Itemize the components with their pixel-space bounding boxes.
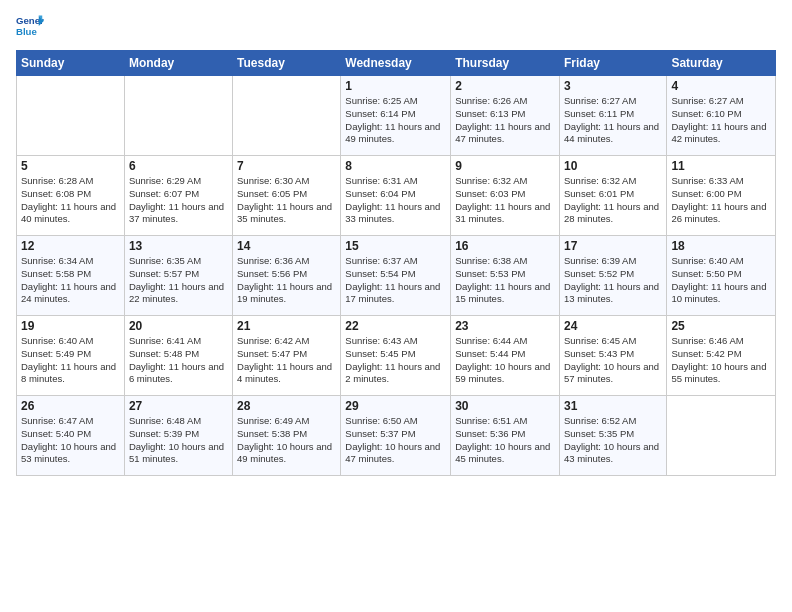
day-info: Sunrise: 6:35 AM Sunset: 5:57 PM Dayligh… xyxy=(129,255,228,306)
calendar-cell: 8Sunrise: 6:31 AM Sunset: 6:04 PM Daylig… xyxy=(341,156,451,236)
calendar-cell: 5Sunrise: 6:28 AM Sunset: 6:08 PM Daylig… xyxy=(17,156,125,236)
day-of-week-header: Saturday xyxy=(667,51,776,76)
day-number: 15 xyxy=(345,239,446,253)
svg-text:Blue: Blue xyxy=(16,26,37,37)
day-info: Sunrise: 6:32 AM Sunset: 6:03 PM Dayligh… xyxy=(455,175,555,226)
day-number: 26 xyxy=(21,399,120,413)
day-info: Sunrise: 6:40 AM Sunset: 5:49 PM Dayligh… xyxy=(21,335,120,386)
calendar-cell: 16Sunrise: 6:38 AM Sunset: 5:53 PM Dayli… xyxy=(451,236,560,316)
calendar-cell: 6Sunrise: 6:29 AM Sunset: 6:07 PM Daylig… xyxy=(124,156,232,236)
day-info: Sunrise: 6:26 AM Sunset: 6:13 PM Dayligh… xyxy=(455,95,555,146)
day-number: 30 xyxy=(455,399,555,413)
logo-icon: General Blue xyxy=(16,12,44,40)
day-number: 18 xyxy=(671,239,771,253)
day-info: Sunrise: 6:34 AM Sunset: 5:58 PM Dayligh… xyxy=(21,255,120,306)
day-number: 22 xyxy=(345,319,446,333)
day-number: 7 xyxy=(237,159,336,173)
day-info: Sunrise: 6:51 AM Sunset: 5:36 PM Dayligh… xyxy=(455,415,555,466)
page-header: General Blue xyxy=(16,12,776,40)
day-number: 9 xyxy=(455,159,555,173)
day-info: Sunrise: 6:38 AM Sunset: 5:53 PM Dayligh… xyxy=(455,255,555,306)
calendar-cell: 27Sunrise: 6:48 AM Sunset: 5:39 PM Dayli… xyxy=(124,396,232,476)
calendar-cell: 15Sunrise: 6:37 AM Sunset: 5:54 PM Dayli… xyxy=(341,236,451,316)
calendar-cell: 18Sunrise: 6:40 AM Sunset: 5:50 PM Dayli… xyxy=(667,236,776,316)
day-number: 17 xyxy=(564,239,662,253)
day-number: 4 xyxy=(671,79,771,93)
calendar-cell xyxy=(233,76,341,156)
calendar-cell: 28Sunrise: 6:49 AM Sunset: 5:38 PM Dayli… xyxy=(233,396,341,476)
day-number: 21 xyxy=(237,319,336,333)
day-number: 29 xyxy=(345,399,446,413)
calendar-cell: 2Sunrise: 6:26 AM Sunset: 6:13 PM Daylig… xyxy=(451,76,560,156)
day-info: Sunrise: 6:37 AM Sunset: 5:54 PM Dayligh… xyxy=(345,255,446,306)
day-number: 2 xyxy=(455,79,555,93)
day-of-week-header: Monday xyxy=(124,51,232,76)
calendar-cell: 20Sunrise: 6:41 AM Sunset: 5:48 PM Dayli… xyxy=(124,316,232,396)
calendar-week-row: 19Sunrise: 6:40 AM Sunset: 5:49 PM Dayli… xyxy=(17,316,776,396)
calendar-cell: 30Sunrise: 6:51 AM Sunset: 5:36 PM Dayli… xyxy=(451,396,560,476)
day-number: 25 xyxy=(671,319,771,333)
day-of-week-header: Tuesday xyxy=(233,51,341,76)
day-number: 11 xyxy=(671,159,771,173)
day-info: Sunrise: 6:28 AM Sunset: 6:08 PM Dayligh… xyxy=(21,175,120,226)
day-number: 31 xyxy=(564,399,662,413)
day-info: Sunrise: 6:48 AM Sunset: 5:39 PM Dayligh… xyxy=(129,415,228,466)
day-number: 3 xyxy=(564,79,662,93)
calendar-cell: 19Sunrise: 6:40 AM Sunset: 5:49 PM Dayli… xyxy=(17,316,125,396)
day-info: Sunrise: 6:33 AM Sunset: 6:00 PM Dayligh… xyxy=(671,175,771,226)
day-number: 10 xyxy=(564,159,662,173)
calendar-week-row: 5Sunrise: 6:28 AM Sunset: 6:08 PM Daylig… xyxy=(17,156,776,236)
calendar-header-row: SundayMondayTuesdayWednesdayThursdayFrid… xyxy=(17,51,776,76)
day-info: Sunrise: 6:30 AM Sunset: 6:05 PM Dayligh… xyxy=(237,175,336,226)
day-info: Sunrise: 6:47 AM Sunset: 5:40 PM Dayligh… xyxy=(21,415,120,466)
day-info: Sunrise: 6:39 AM Sunset: 5:52 PM Dayligh… xyxy=(564,255,662,306)
calendar-table: SundayMondayTuesdayWednesdayThursdayFrid… xyxy=(16,50,776,476)
calendar-cell: 11Sunrise: 6:33 AM Sunset: 6:00 PM Dayli… xyxy=(667,156,776,236)
day-number: 6 xyxy=(129,159,228,173)
day-of-week-header: Friday xyxy=(559,51,666,76)
calendar-cell: 23Sunrise: 6:44 AM Sunset: 5:44 PM Dayli… xyxy=(451,316,560,396)
day-info: Sunrise: 6:31 AM Sunset: 6:04 PM Dayligh… xyxy=(345,175,446,226)
day-info: Sunrise: 6:42 AM Sunset: 5:47 PM Dayligh… xyxy=(237,335,336,386)
calendar-cell: 14Sunrise: 6:36 AM Sunset: 5:56 PM Dayli… xyxy=(233,236,341,316)
day-number: 20 xyxy=(129,319,228,333)
day-number: 12 xyxy=(21,239,120,253)
day-of-week-header: Wednesday xyxy=(341,51,451,76)
day-info: Sunrise: 6:46 AM Sunset: 5:42 PM Dayligh… xyxy=(671,335,771,386)
day-number: 27 xyxy=(129,399,228,413)
day-info: Sunrise: 6:29 AM Sunset: 6:07 PM Dayligh… xyxy=(129,175,228,226)
calendar-cell xyxy=(667,396,776,476)
calendar-cell: 3Sunrise: 6:27 AM Sunset: 6:11 PM Daylig… xyxy=(559,76,666,156)
day-info: Sunrise: 6:40 AM Sunset: 5:50 PM Dayligh… xyxy=(671,255,771,306)
calendar-week-row: 26Sunrise: 6:47 AM Sunset: 5:40 PM Dayli… xyxy=(17,396,776,476)
calendar-cell: 26Sunrise: 6:47 AM Sunset: 5:40 PM Dayli… xyxy=(17,396,125,476)
day-info: Sunrise: 6:36 AM Sunset: 5:56 PM Dayligh… xyxy=(237,255,336,306)
calendar-cell xyxy=(124,76,232,156)
calendar-cell: 13Sunrise: 6:35 AM Sunset: 5:57 PM Dayli… xyxy=(124,236,232,316)
calendar-week-row: 12Sunrise: 6:34 AM Sunset: 5:58 PM Dayli… xyxy=(17,236,776,316)
calendar-cell: 9Sunrise: 6:32 AM Sunset: 6:03 PM Daylig… xyxy=(451,156,560,236)
day-of-week-header: Sunday xyxy=(17,51,125,76)
calendar-cell: 17Sunrise: 6:39 AM Sunset: 5:52 PM Dayli… xyxy=(559,236,666,316)
calendar-week-row: 1Sunrise: 6:25 AM Sunset: 6:14 PM Daylig… xyxy=(17,76,776,156)
day-info: Sunrise: 6:32 AM Sunset: 6:01 PM Dayligh… xyxy=(564,175,662,226)
day-number: 1 xyxy=(345,79,446,93)
day-number: 13 xyxy=(129,239,228,253)
calendar-cell: 1Sunrise: 6:25 AM Sunset: 6:14 PM Daylig… xyxy=(341,76,451,156)
day-number: 5 xyxy=(21,159,120,173)
day-number: 28 xyxy=(237,399,336,413)
day-info: Sunrise: 6:43 AM Sunset: 5:45 PM Dayligh… xyxy=(345,335,446,386)
day-of-week-header: Thursday xyxy=(451,51,560,76)
day-info: Sunrise: 6:49 AM Sunset: 5:38 PM Dayligh… xyxy=(237,415,336,466)
day-info: Sunrise: 6:50 AM Sunset: 5:37 PM Dayligh… xyxy=(345,415,446,466)
day-number: 19 xyxy=(21,319,120,333)
logo: General Blue xyxy=(16,12,44,40)
calendar-cell: 31Sunrise: 6:52 AM Sunset: 5:35 PM Dayli… xyxy=(559,396,666,476)
day-number: 16 xyxy=(455,239,555,253)
day-info: Sunrise: 6:41 AM Sunset: 5:48 PM Dayligh… xyxy=(129,335,228,386)
day-info: Sunrise: 6:44 AM Sunset: 5:44 PM Dayligh… xyxy=(455,335,555,386)
calendar-cell: 29Sunrise: 6:50 AM Sunset: 5:37 PM Dayli… xyxy=(341,396,451,476)
day-info: Sunrise: 6:27 AM Sunset: 6:11 PM Dayligh… xyxy=(564,95,662,146)
day-number: 23 xyxy=(455,319,555,333)
calendar-cell: 12Sunrise: 6:34 AM Sunset: 5:58 PM Dayli… xyxy=(17,236,125,316)
